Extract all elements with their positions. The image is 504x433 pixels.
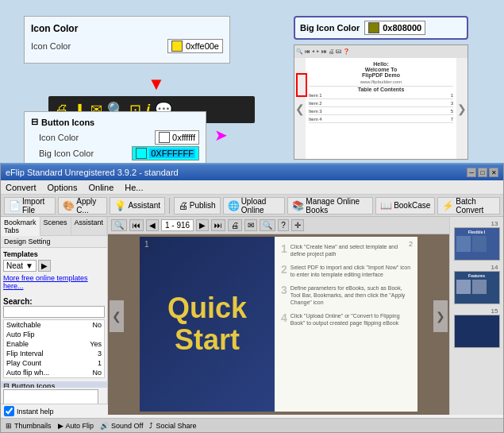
status-sound[interactable]: 🔊 Sound Off (100, 422, 143, 430)
batch-convert-button[interactable]: ⚡ Batch Convert (437, 197, 500, 215)
template-link[interactable]: More free online templates here... (3, 274, 105, 290)
main-titlebar: eFlip Standard Unregistered 3.9.2 - stan… (1, 164, 503, 180)
icon-color-swatch[interactable]: 0xffe00e (167, 39, 223, 53)
template-dropdown[interactable]: Neat ▼ (3, 260, 37, 272)
thumb-img-13: Flexible I (454, 227, 500, 261)
close-button[interactable]: ✕ (489, 168, 498, 177)
manage-online-button[interactable]: 📚 Manage Online Books (287, 197, 373, 215)
sound-label: Sound Off (111, 422, 143, 430)
step-3-num: 3 (281, 284, 287, 296)
big-icon-callout-swatch[interactable]: 0x808000 (364, 21, 425, 35)
preview-window: 🔍 ⏮ ◀ ▶ ⏭ 🖨 ✉ ❓ ❮ Hello: Welcome To Flip… (294, 44, 468, 160)
preview-row-3: Item 35 (309, 108, 453, 115)
thumb-num-14: 14 (454, 264, 500, 271)
quick-start-text: QuickStart (167, 292, 247, 355)
right-thumbnails: 13 Flexible I 14 Features (449, 217, 503, 415)
bookmark-viewer-button[interactable]: ✛ (291, 219, 304, 231)
auto-flip-label: Auto Flip (66, 422, 94, 430)
instant-help-checkbox[interactable] (4, 406, 14, 415)
step-2: 2 Select PDF to import and click "Import… (281, 264, 411, 278)
menu-help[interactable]: He... (123, 183, 144, 192)
icon-color-btn-row: Icon Color 0xffffff (31, 130, 199, 145)
thumb-item-14[interactable]: 14 Features (454, 264, 500, 304)
help-viewer-button[interactable]: ? (278, 219, 289, 231)
maximize-button[interactable]: □ (478, 168, 487, 177)
search-viewer-button[interactable]: 🔍 (260, 219, 275, 231)
step-3: 3 Define parameters for eBooks, such as … (281, 284, 411, 306)
assistant-button[interactable]: 💡 Assistant (110, 197, 165, 215)
search-item-interval[interactable]: Flip Interval3 (4, 349, 104, 358)
icon-color-btn-value: 0xffffff (172, 133, 195, 142)
button-icons-panel: ⊟ Button Icons Icon Color 0xffffff Big I… (24, 111, 206, 168)
big-icon-color-btn-value: 0XFFFFFF (149, 149, 195, 158)
apply-button[interactable]: 🎨 Apply C... (58, 197, 107, 215)
icon-color-value: 0xffe00e (186, 41, 219, 51)
template-apply-button[interactable]: ▶ (38, 260, 51, 272)
thumb-feat-2 (472, 280, 487, 294)
import-file-button[interactable]: 📄 Import File (4, 197, 56, 215)
print-viewer-button[interactable]: 🖨 (228, 219, 242, 231)
viewer-nav-left[interactable]: ❮ (110, 300, 124, 332)
search-item-switchable[interactable]: SwitchableNo (4, 320, 104, 330)
status-auto-flip[interactable]: ▶ Auto Flip (58, 422, 94, 430)
preview-toolbar: 🔍 ⏮ ◀ ▶ ⏭ 🖨 ✉ ❓ (294, 45, 467, 58)
last-page-button[interactable]: ⏭ (211, 219, 225, 231)
bookcase-label: BookCase (394, 201, 430, 210)
social-label: Social Share (156, 422, 196, 430)
search-item-autoflipwh[interactable]: Auto flip wh...No (4, 368, 104, 377)
batch-label: Batch Convert (456, 197, 495, 215)
tab-scenes[interactable]: Scenes (40, 217, 71, 236)
zoom-button[interactable]: 🔍 (111, 219, 127, 231)
social-icon: ⤴ (149, 422, 153, 430)
preview-toc-title: Table of Contents (309, 87, 453, 92)
menu-options[interactable]: Options (46, 183, 79, 192)
first-page-button[interactable]: ⏮ (129, 219, 144, 231)
step-3-text: Define parameters for eBooks, such as Bo… (290, 284, 411, 306)
preview-tool-icons: 🔍 ⏮ ◀ ▶ ⏭ 🖨 ✉ ❓ (296, 48, 350, 55)
thumb-item-15[interactable]: 15 (454, 307, 500, 348)
thumb-item-13[interactable]: 13 Flexible I (454, 220, 500, 261)
next-page-button[interactable]: ▶ (196, 219, 209, 231)
thumb-img-14: Features (454, 271, 500, 304)
tab-assistant[interactable]: Assistant (71, 217, 108, 236)
tab-design-setting[interactable]: Design Setting (1, 236, 107, 248)
bookcase-icon: 📖 (380, 200, 392, 211)
search-input[interactable] (3, 306, 105, 318)
thumb-content-13 (456, 236, 498, 252)
status-thumbnails[interactable]: ⊞ Thumbnails (6, 422, 52, 430)
publish-button[interactable]: 🖨 Publish (174, 197, 221, 215)
icon-color-btn-swatch[interactable]: 0xffffff (155, 130, 199, 145)
thumb-feat-1 (456, 280, 471, 294)
templates-label: Templates (3, 250, 105, 258)
viewer-toolbar: 🔍 ⏮ ◀ 1 - 916 ▶ ⏭ 🖨 ✉ 🔍 ? ✛ (108, 217, 449, 234)
status-social[interactable]: ⤴ Social Share (149, 422, 196, 430)
preview-content: ❮ Hello: Welcome To FlipPDF Demo www.fli… (294, 58, 467, 159)
mail-viewer-button[interactable]: ✉ (244, 219, 257, 231)
main-window: eFlip Standard Unregistered 3.9.2 - stan… (0, 163, 504, 433)
apply-icon: 🎨 (63, 200, 75, 211)
search-item-autoflip[interactable]: Auto Flip (4, 330, 104, 339)
tab-bookmark[interactable]: Bookmark Tabs (1, 217, 40, 236)
upload-online-button[interactable]: 🌐 Upload Online (223, 197, 286, 215)
red-arrow: ▼ (148, 74, 165, 95)
icon-color-btn-box (159, 132, 170, 143)
minimize-button[interactable]: ─ (467, 168, 476, 177)
big-icon-color-btn-swatch[interactable]: 0XFFFFFF (132, 146, 199, 160)
thumbnail-icon: ⊞ (6, 422, 12, 430)
search-item-enable[interactable]: EnableYes (4, 339, 104, 349)
viewer-nav-right[interactable]: ❯ (433, 300, 448, 332)
preview-product: FlipPDF Demo (309, 72, 453, 78)
thumb-block-1 (456, 236, 471, 252)
icon-color-label: Icon Color (31, 41, 71, 51)
auto-flip-icon: ▶ (58, 422, 63, 430)
right-page-content: 1 Click "Create New" and select template… (275, 237, 417, 340)
preview-nav-right[interactable]: ❯ (456, 58, 467, 159)
big-icon-callout-label: Big Icon Color (300, 23, 360, 33)
search-item-playcount[interactable]: Play Count1 (4, 358, 104, 368)
menu-convert[interactable]: Convert (4, 183, 38, 192)
bookcase-button[interactable]: 📖 BookCase (375, 197, 435, 215)
prev-page-button[interactable]: ◀ (146, 219, 159, 231)
preview-subtitle: Hello: (309, 61, 453, 67)
sound-icon: 🔊 (100, 422, 109, 430)
menu-online[interactable]: Online (87, 183, 115, 192)
